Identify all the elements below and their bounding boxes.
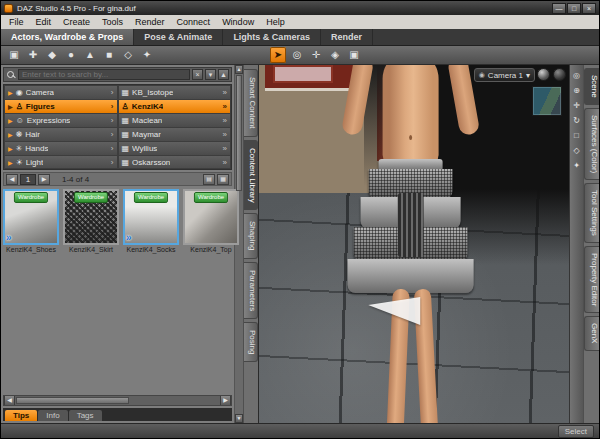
tree-item-expressions[interactable]: ▶ ☺ Expressions › (5, 114, 117, 127)
list-view-icon[interactable]: ▦ (217, 174, 229, 185)
scroll-track[interactable] (15, 396, 220, 405)
tab-info[interactable]: Info (38, 410, 67, 421)
expand-icon[interactable]: ▶ (8, 103, 13, 110)
surface-selection-tool-icon[interactable]: ◎ (289, 47, 305, 63)
reset-camera-icon[interactable]: ✦ (571, 160, 582, 171)
viewport-options-icon[interactable] (553, 68, 566, 81)
menu-render[interactable]: Render (129, 17, 171, 27)
camera-selector-dropdown[interactable]: ◉ Camera 1 ▾ (474, 68, 535, 82)
figure-skirt[interactable] (347, 159, 475, 293)
pan-camera-icon[interactable]: ✛ (571, 100, 582, 111)
tree-item-kb-isotope[interactable]: ▦ KB_Isotope » (119, 86, 231, 99)
grid-view-icon[interactable]: ▤ (203, 174, 215, 185)
tab-actors-wardrobe-props[interactable]: Actors, Wardrobe & Props (1, 29, 134, 45)
frame-zoom-icon[interactable]: ⊕ (571, 85, 582, 96)
asset-thumbnail[interactable]: Wardrobe » (3, 189, 59, 245)
tab-render[interactable]: Render (321, 29, 373, 45)
tree-item-hair[interactable]: ▶ ❋ Hair › (5, 128, 117, 141)
scroll-down-icon[interactable]: ▼ (235, 414, 243, 423)
add-null-icon[interactable]: ◇ (120, 47, 136, 63)
tab-pose-animate[interactable]: Pose & Animate (134, 29, 223, 45)
frame-view-icon[interactable]: □ (571, 130, 582, 141)
tab-content-library[interactable]: Content Library (244, 140, 258, 211)
expand-icon[interactable]: ▶ (8, 159, 13, 166)
tab-shaping[interactable]: Shaping (244, 213, 258, 258)
tab-parameters[interactable]: Parameters (244, 262, 258, 319)
new-scene-icon[interactable]: ▣ (6, 47, 22, 63)
tab-surfaces-color[interactable]: Surfaces (Color) (584, 108, 599, 180)
tab-tips[interactable]: Tips (5, 410, 37, 421)
tree-item-wyllius[interactable]: ▦ Wyllius » (119, 142, 231, 155)
3d-viewport[interactable]: ◉ Camera 1 ▾ (259, 65, 569, 423)
add-camera-icon[interactable]: ▲ (82, 47, 98, 63)
close-button[interactable]: × (582, 3, 596, 14)
expand-icon[interactable]: ▶ (8, 89, 13, 96)
menu-edit[interactable]: Edit (30, 17, 58, 27)
asset-item-shoes[interactable]: Wardrobe » KenziK4_Shoes (3, 189, 59, 253)
vertical-scrollbar[interactable]: ▲ ▼ (234, 65, 243, 423)
node-selection-tool-icon[interactable]: ➤ (270, 47, 286, 63)
tree-item-light[interactable]: ▶ ☀ Light › (5, 156, 117, 168)
page-number[interactable]: 1 (20, 174, 36, 185)
asset-item-socks[interactable]: Wardrobe » KenziK4_Socks (123, 189, 179, 253)
view-navigation-cube[interactable] (532, 86, 562, 116)
expand-icon[interactable]: ▶ (8, 117, 13, 124)
search-options-icon[interactable]: ▾ (205, 69, 216, 80)
tree-item-camera[interactable]: ▶ ◉ Camera › (5, 86, 117, 99)
character-figure[interactable] (326, 65, 496, 423)
tab-smart-content[interactable]: Smart Content (244, 69, 258, 137)
asset-item-top[interactable]: Wardrobe KenziK4_Top (183, 189, 239, 253)
aim-camera-icon[interactable]: ◎ (571, 70, 582, 81)
menu-tools[interactable]: Tools (96, 17, 129, 27)
next-page-icon[interactable]: ▶ (38, 174, 50, 185)
orbit-camera-icon[interactable]: ↻ (571, 115, 582, 126)
menu-create[interactable]: Create (57, 17, 96, 27)
tab-tags[interactable]: Tags (69, 410, 102, 421)
clear-search-icon[interactable]: × (192, 69, 203, 80)
asset-thumbnail[interactable]: Wardrobe (183, 189, 239, 245)
scale-tool-icon[interactable]: ▣ (346, 47, 362, 63)
add-primitive-icon[interactable]: ■ (101, 47, 117, 63)
add-group-icon[interactable]: ✦ (139, 47, 155, 63)
menu-connect[interactable]: Connect (171, 17, 217, 27)
expand-icon[interactable]: ▶ (8, 131, 13, 138)
scroll-thumb[interactable] (236, 75, 242, 191)
horizontal-scrollbar[interactable]: ◀ ▶ (3, 395, 232, 406)
asset-item-skirt[interactable]: Wardrobe KenziK4_Skirt (63, 189, 119, 253)
asset-thumbnail[interactable]: Wardrobe » (123, 189, 179, 245)
select-mode-button[interactable]: Select (558, 425, 594, 438)
scroll-up-icon[interactable]: ▲ (235, 65, 243, 74)
tree-item-hands[interactable]: ▶ ✳ Hands › (5, 142, 117, 155)
translation-gizmo[interactable] (368, 297, 420, 325)
scroll-right-icon[interactable]: ▶ (220, 396, 231, 405)
add-light-icon[interactable]: ● (63, 47, 79, 63)
menu-window[interactable]: Window (216, 17, 260, 27)
tree-item-maclean[interactable]: ▦ Maclean » (119, 114, 231, 127)
menu-help[interactable]: Help (260, 17, 291, 27)
add-figure-icon[interactable]: ✚ (25, 47, 41, 63)
add-prop-icon[interactable]: ◆ (44, 47, 60, 63)
expand-icon[interactable]: ▶ (8, 145, 13, 152)
scroll-up-icon[interactable]: ▲ (218, 69, 229, 80)
minimize-button[interactable]: — (552, 3, 566, 14)
tree-item-figures[interactable]: ▶ ♙ Figures › (5, 100, 117, 113)
tab-property-editor[interactable]: Property Editor (584, 246, 599, 313)
tree-item-oskarsson[interactable]: ▦ Oskarsson » (119, 156, 231, 168)
tab-scene[interactable]: Scene (584, 68, 599, 105)
scroll-track[interactable] (235, 74, 243, 414)
maximize-button[interactable]: □ (567, 3, 581, 14)
scroll-thumb[interactable] (16, 397, 129, 404)
menu-file[interactable]: File (3, 17, 30, 27)
scroll-left-icon[interactable]: ◀ (4, 396, 15, 405)
rotate-tool-icon[interactable]: ◈ (327, 47, 343, 63)
draw-style-sphere-icon[interactable] (537, 68, 550, 81)
tab-genx[interactable]: GenX (584, 316, 599, 350)
tab-posing[interactable]: Posing (244, 322, 258, 362)
tab-lights-cameras[interactable]: Lights & Cameras (223, 29, 321, 45)
search-input[interactable] (18, 69, 190, 80)
tab-tool-settings[interactable]: Tool Settings (584, 183, 599, 243)
translate-tool-icon[interactable]: ✛ (308, 47, 324, 63)
asset-thumbnail[interactable]: Wardrobe (63, 189, 119, 245)
tree-item-maymar[interactable]: ▦ Maymar » (119, 128, 231, 141)
dolly-camera-icon[interactable]: ◇ (571, 145, 582, 156)
